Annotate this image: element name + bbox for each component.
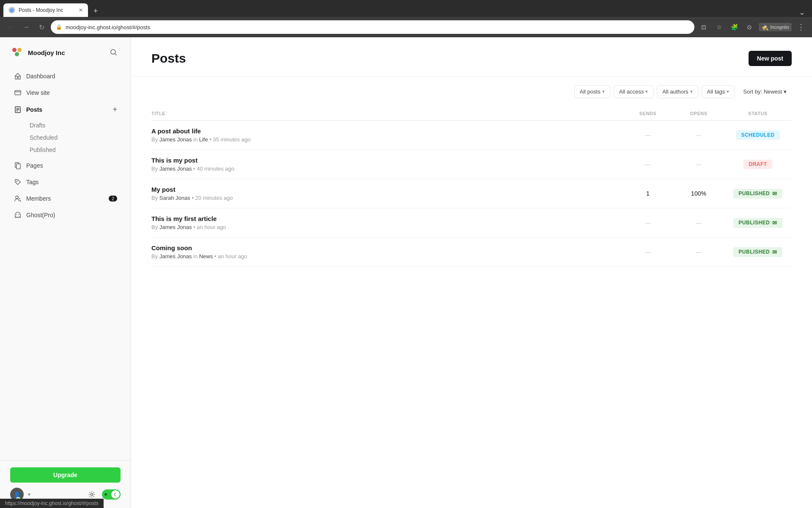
lock-icon: 🔒	[56, 24, 62, 30]
browser-chrome: 🌀 Posts - Moodjoy Inc ✕ + ⌄ ← → ↻ 🔒 mood…	[0, 0, 812, 37]
sidebar-item-scheduled[interactable]: Scheduled	[23, 132, 127, 144]
all-posts-filter[interactable]: All posts ▾	[574, 85, 610, 98]
active-tab[interactable]: 🌀 Posts - Moodjoy Inc ✕	[3, 3, 88, 17]
tab-bar: 🌀 Posts - Moodjoy Inc ✕ + ⌄	[0, 0, 812, 17]
table-row[interactable]: A post about life By James Jonas in Life…	[151, 121, 792, 150]
all-authors-filter[interactable]: All authors ▾	[657, 85, 698, 98]
search-button[interactable]	[107, 46, 121, 59]
sidebar: Moodjoy Inc Dashboard View site	[0, 37, 131, 508]
new-tab-button[interactable]: +	[90, 5, 102, 17]
all-authors-chevron-icon: ▾	[690, 89, 693, 94]
browser-menu-button[interactable]: ⋮	[795, 21, 807, 33]
add-post-icon[interactable]: +	[112, 105, 117, 114]
post-info: This is my first article By James Jonas …	[151, 215, 623, 230]
status-badge: PUBLISHED✉	[733, 189, 782, 199]
tags-icon	[14, 178, 22, 186]
status-badge: PUBLISHED✉	[733, 247, 782, 257]
logo-icon	[10, 46, 24, 59]
post-meta: By Sarah Jonas • 20 minutes ago	[151, 195, 623, 201]
sidebar-nav: Dashboard View site Posts + Drafts Sched…	[0, 66, 131, 460]
table-row[interactable]: This is my post By James Jonas • 40 minu…	[151, 150, 792, 179]
post-sends: —	[623, 248, 673, 255]
svg-point-1	[17, 48, 22, 52]
post-title: My post	[151, 186, 623, 193]
all-access-filter[interactable]: All access ▾	[614, 85, 654, 98]
table-row[interactable]: Coming soon By James Jonas in News • an …	[151, 237, 792, 267]
page-title: Posts	[151, 51, 186, 66]
sidebar-item-ghost-pro[interactable]: Ghost(Pro)	[3, 207, 127, 223]
post-status: DRAFT	[724, 160, 792, 169]
user-chevron-icon[interactable]: ▾	[28, 491, 30, 497]
reload-button[interactable]: ↻	[36, 21, 47, 33]
status-badge: DRAFT	[743, 160, 772, 169]
extensions-icon[interactable]: 🧩	[728, 21, 740, 33]
dashboard-icon	[14, 72, 22, 80]
new-post-button[interactable]: New post	[749, 51, 792, 66]
all-tags-filter[interactable]: All tags ▾	[702, 85, 735, 98]
status-bar: https://moodjoy-inc.ghost.io/ghost/#/pos…	[0, 499, 104, 508]
all-posts-chevron-icon: ▾	[602, 89, 605, 94]
table-row[interactable]: My post By Sarah Jonas • 20 minutes ago …	[151, 179, 792, 208]
tab-bar-end: ⌄	[102, 8, 809, 17]
sidebar-item-posts[interactable]: Posts +	[3, 101, 127, 118]
sidebar-item-tags[interactable]: Tags	[3, 174, 127, 190]
svg-rect-5	[18, 76, 20, 79]
post-title: This is my post	[151, 157, 623, 164]
email-icon: ✉	[772, 190, 777, 197]
sidebar-item-published[interactable]: Published	[23, 144, 127, 156]
all-access-chevron-icon: ▾	[645, 89, 648, 94]
svg-point-0	[12, 48, 16, 52]
post-sends: —	[623, 219, 673, 226]
tab-close-button[interactable]: ✕	[79, 7, 83, 13]
all-posts-filter-label: All posts	[580, 88, 601, 95]
svg-rect-6	[15, 91, 21, 95]
status-badge: PUBLISHED✉	[733, 218, 782, 228]
post-title: Coming soon	[151, 244, 623, 251]
back-button[interactable]: ←	[5, 21, 17, 33]
post-tag: Life	[199, 136, 208, 143]
forward-button[interactable]: →	[20, 21, 32, 33]
tab-scroll-icon: ⌄	[799, 8, 805, 17]
sidebar-header: Moodjoy Inc	[0, 37, 131, 66]
tags-label: Tags	[26, 179, 117, 185]
posts-list: A post about life By James Jonas in Life…	[151, 121, 792, 267]
sidebar-item-dashboard[interactable]: Dashboard	[3, 68, 127, 84]
upgrade-button[interactable]: Upgrade	[10, 467, 121, 483]
incognito-icon: 🕵	[761, 24, 768, 30]
post-title: A post about life	[151, 127, 623, 135]
sidebar-item-drafts[interactable]: Drafts	[23, 119, 127, 131]
svg-point-11	[16, 196, 18, 199]
post-opens: —	[673, 161, 724, 168]
all-authors-filter-label: All authors	[662, 88, 688, 95]
svg-point-14	[91, 494, 93, 496]
sort-button[interactable]: Sort by: Newest ▾	[738, 86, 792, 98]
svg-point-13	[19, 214, 19, 215]
post-opens: —	[673, 219, 724, 226]
cast-icon[interactable]: ⊡	[698, 21, 710, 33]
post-opens: —	[673, 132, 724, 138]
all-access-filter-label: All access	[619, 88, 644, 95]
post-meta: By James Jonas in Life • 35 minutes ago	[151, 136, 623, 143]
theme-toggle[interactable]: ☀ ☾	[102, 489, 121, 500]
members-label: Members	[26, 195, 104, 202]
incognito-label: Incognito	[770, 25, 789, 30]
post-meta: By James Jonas in News • an hour ago	[151, 253, 623, 260]
post-status: PUBLISHED✉	[724, 218, 792, 228]
post-tag: News	[199, 253, 213, 260]
sidebar-item-members[interactable]: Members 2	[3, 190, 127, 207]
main-content: Posts New post All posts ▾ All access ▾ …	[131, 37, 812, 508]
svg-point-10	[16, 181, 18, 182]
post-info: Coming soon By James Jonas in News • an …	[151, 244, 623, 260]
bookmark-icon[interactable]: ☆	[713, 21, 725, 33]
pages-icon	[14, 161, 22, 170]
address-bar[interactable]: 🔒 moodjoy-inc.ghost.io/ghost/#/posts	[51, 20, 694, 34]
profile-icon[interactable]: ⊙	[743, 21, 755, 33]
sidebar-item-view-site[interactable]: View site	[3, 85, 127, 101]
app-layout: Moodjoy Inc Dashboard View site	[0, 37, 812, 508]
posts-label: Posts	[26, 106, 108, 113]
svg-point-12	[16, 214, 17, 215]
sidebar-item-pages[interactable]: Pages	[3, 157, 127, 174]
table-row[interactable]: This is my first article By James Jonas …	[151, 208, 792, 237]
svg-point-3	[111, 50, 115, 54]
col-status: STATUS	[724, 111, 792, 116]
